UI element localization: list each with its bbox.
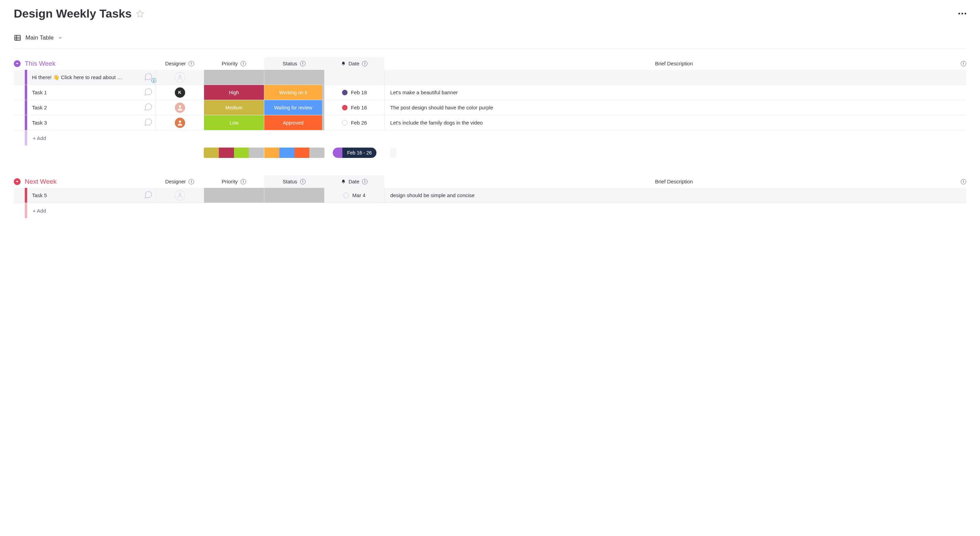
cell-priority[interactable] [204,188,264,203]
column-header-description[interactable]: Brief Descriptioni [384,175,966,188]
column-header-priority[interactable]: Priorityi [204,175,264,188]
avatar-empty[interactable] [175,190,185,200]
group-color-bar [25,70,27,84]
cell-status[interactable] [264,188,324,203]
bell-icon [341,61,346,66]
page-title: Design Weekly Tasks [14,7,132,20]
group-title[interactable]: Next Week [25,178,156,185]
date-status-dot [344,192,349,198]
svg-point-6 [178,121,181,123]
view-selector[interactable]: Main Table [14,34,966,49]
group-color-bar [25,115,27,130]
column-header-designer[interactable]: Designeri [156,57,204,70]
cell-description[interactable] [384,70,966,84]
svg-point-5 [178,105,181,108]
avatar[interactable]: K [175,87,185,98]
cell-status[interactable] [264,70,324,84]
svg-rect-0 [15,35,21,41]
info-icon[interactable]: i [240,179,246,184]
task-title[interactable]: Task 2 [32,105,144,110]
cell-date[interactable]: Feb 18 [324,85,384,100]
cell-description[interactable]: Let's include the family dogs in the vid… [384,115,966,130]
cell-designer[interactable] [156,115,204,130]
info-icon[interactable]: i [961,61,966,67]
favorite-star-icon[interactable] [136,10,144,18]
column-header-description[interactable]: Brief Descriptioni [384,57,966,70]
cell-priority[interactable]: High [204,85,264,100]
cell-date[interactable]: Feb 16 [324,100,384,115]
info-icon[interactable]: i [189,179,194,184]
group-color-bar [25,100,27,115]
cell-status[interactable]: Working on it [264,85,324,100]
add-row-button[interactable]: + Add [14,130,966,146]
cell-priority[interactable]: Medium [204,100,264,115]
cell-designer[interactable] [156,70,204,84]
cell-designer[interactable]: K [156,85,204,100]
cell-date[interactable]: Mar 4 [324,188,384,203]
summary-priority [204,148,264,158]
cell-date[interactable]: Feb 26 [324,115,384,130]
column-header-date[interactable]: Datei [324,175,384,188]
chevron-down-icon [58,35,63,40]
table-row[interactable]: Task 1 K High Working on it Feb 18 Let's… [14,85,966,100]
column-header-status[interactable]: Statusi [264,57,324,70]
cell-designer[interactable] [156,188,204,203]
svg-point-7 [179,193,181,196]
cell-priority[interactable] [204,70,264,84]
cell-description[interactable]: design should be simple and concise [384,188,966,203]
group-title[interactable]: This Week [25,60,156,67]
table-row[interactable]: Task 5 Mar 4 design should be simple and… [14,188,966,203]
chat-icon[interactable] [144,190,153,199]
task-title[interactable]: Hi there! 👋 Click here to read about … [32,74,144,81]
date-status-dot [342,105,348,110]
date-status-dot [342,90,348,95]
column-header-priority[interactable]: Priorityi [204,57,264,70]
cell-description[interactable]: The post design should have the color pu… [384,100,966,115]
column-header-status[interactable]: Statusi [264,175,324,188]
cell-priority[interactable]: Low [204,115,264,130]
group-color-bar [25,188,27,203]
info-icon[interactable]: i [362,61,368,67]
info-icon[interactable]: i [300,179,305,184]
task-title[interactable]: Task 5 [32,192,144,198]
collapse-group-button[interactable] [14,178,21,185]
summary-status [264,148,325,158]
group-color-bar [25,85,27,100]
table-row[interactable]: Task 2 Medium Waiting for review Feb 16 … [14,100,966,115]
summary-date: Feb 16 - 26 [325,148,385,158]
info-icon[interactable]: i [362,179,368,184]
info-icon[interactable]: i [961,179,966,184]
cell-date[interactable] [324,70,384,84]
info-icon[interactable]: i [189,61,194,67]
column-header-date[interactable]: Datei [324,57,384,70]
table-icon [14,34,21,41]
avatar-empty[interactable] [175,72,185,83]
cell-description[interactable]: Let's make a beautiful banner [384,85,966,100]
cell-designer[interactable] [156,100,204,115]
chat-icon[interactable] [144,87,153,96]
task-title[interactable]: Task 3 [32,120,144,126]
chat-icon[interactable] [144,103,153,111]
view-label: Main Table [25,34,54,41]
add-row-button[interactable]: + Add [14,203,966,218]
bell-icon [341,179,346,184]
cell-status[interactable]: Waiting for review [264,100,324,115]
chat-icon[interactable] [144,118,153,127]
avatar[interactable] [175,118,185,128]
summary-description [390,148,396,158]
cell-status[interactable]: Approved [264,115,324,130]
svg-point-4 [179,75,181,77]
info-icon[interactable]: i [240,61,246,67]
more-menu-icon[interactable] [958,13,966,14]
date-status-dot [342,120,348,126]
table-row[interactable]: Hi there! 👋 Click here to read about … 1 [14,70,966,85]
info-icon[interactable]: i [300,61,305,67]
table-row[interactable]: Task 3 Low Approved Feb 26 Let's include… [14,115,966,130]
task-title[interactable]: Task 1 [32,89,144,95]
avatar[interactable] [175,103,185,113]
collapse-group-button[interactable] [14,60,21,67]
column-header-designer[interactable]: Designeri [156,175,204,188]
